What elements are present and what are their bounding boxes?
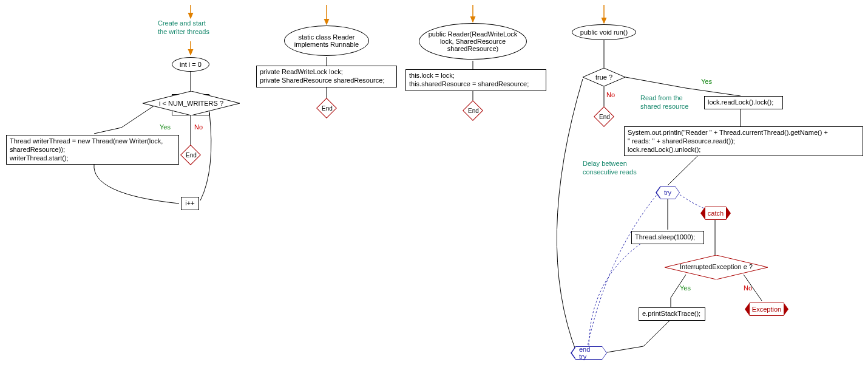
- no-label-1: No: [194, 123, 203, 131]
- run-text: public void run(): [580, 29, 628, 36]
- init-node: int i = 0: [172, 57, 209, 72]
- comment-create-writers: Create and startthe writer threads: [158, 19, 209, 36]
- yes-label-4: Yes: [701, 78, 712, 85]
- reader-class-title: static class Readerimplements Runnable: [284, 26, 369, 56]
- no-label-4: No: [606, 91, 615, 98]
- reader-ctor-text: public Reader(ReadWriteLocklock, SharedR…: [429, 30, 518, 52]
- end-text-2: End: [322, 105, 333, 112]
- catch-node: catch: [705, 207, 726, 220]
- end-text-1: End: [186, 152, 197, 159]
- try-node: try: [660, 186, 675, 199]
- run-title: public void run(): [572, 24, 636, 40]
- reader-println-body: System.out.println("Reader " + Thread.cu…: [624, 126, 863, 156]
- exception-text: Exception: [752, 306, 781, 313]
- readlock-lock: lock.readLock().lock();: [704, 96, 783, 109]
- reader-ctor-body: this.lock = lock;this.sharedResource = s…: [405, 69, 546, 91]
- yes-label-1: Yes: [160, 123, 171, 131]
- reader-class-text: static class Readerimplements Runnable: [294, 33, 359, 48]
- print-stacktrace: e.printStackTrace();: [639, 307, 705, 321]
- cond-writers: i < NUM_WRITERS ?: [152, 97, 231, 109]
- exc-yes: Yes: [680, 284, 691, 292]
- writer-thread-body: Thread writerThread = new Thread(new Wri…: [6, 135, 179, 165]
- endtry-node: end try: [575, 346, 602, 360]
- end-text-4: End: [599, 114, 610, 120]
- interrupted-cond: InterruptedException e ?: [674, 261, 759, 272]
- exception-node: Exception: [750, 303, 784, 316]
- exc-no: No: [744, 284, 752, 292]
- end-text-3: End: [468, 108, 479, 114]
- init-text: int i = 0: [180, 61, 202, 68]
- true-cond: true ?: [589, 72, 619, 83]
- comment-read-shared: Read from theshared resource: [640, 94, 689, 111]
- endtry-text: end try: [579, 346, 598, 360]
- incr-node: i++: [181, 197, 199, 210]
- reader-ctor-title: public Reader(ReadWriteLocklock, SharedR…: [419, 23, 527, 60]
- comment-delay: Delay betweenconsecutive reads: [583, 160, 637, 177]
- reader-fields: private ReadWriteLock lock;private Share…: [256, 66, 397, 87]
- catch-text: catch: [708, 210, 724, 217]
- try-text: try: [664, 189, 671, 196]
- thread-sleep: Thread.sleep(1000);: [631, 231, 704, 244]
